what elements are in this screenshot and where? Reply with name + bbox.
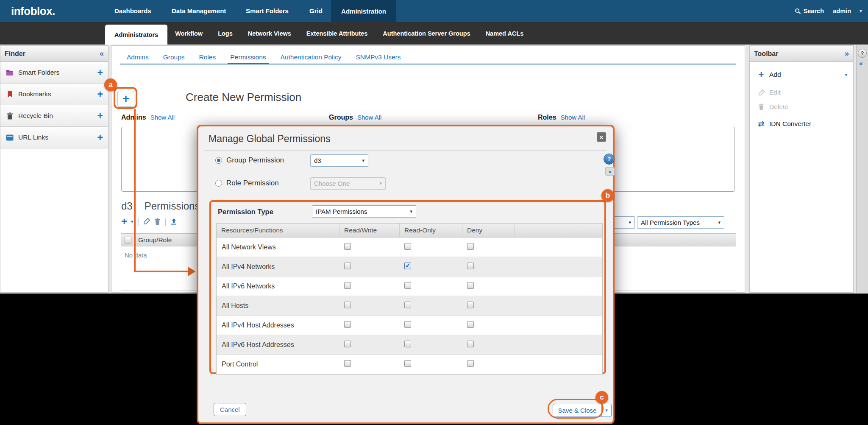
read-only-checkbox[interactable] <box>404 341 411 347</box>
search-control[interactable]: Search <box>795 0 824 22</box>
permissions-table: Resources/Functions Read/Write Read-Only… <box>216 223 603 375</box>
add-url-link-icon[interactable]: + <box>97 133 103 142</box>
admins-show-all-link[interactable]: Show All <box>150 114 175 121</box>
select-all-checkbox[interactable] <box>125 237 131 243</box>
deny-checkbox[interactable] <box>467 302 474 308</box>
nav-smart-folders[interactable]: Smart Folders <box>246 0 289 22</box>
subtab-admins[interactable]: Admins <box>127 52 149 63</box>
tab-workflow[interactable]: Workflow <box>167 22 210 45</box>
col-empty <box>515 224 602 237</box>
read-only-checkbox[interactable] <box>404 243 411 250</box>
delete-permission-icon[interactable] <box>154 218 161 225</box>
subtab-permissions[interactable]: Permissions <box>230 52 266 63</box>
dialog-collapse-icon[interactable]: « <box>605 167 615 176</box>
finder-item-recycle-bin[interactable]: Recycle Bin + <box>0 105 108 127</box>
finder-item-url-links[interactable]: URL Links + <box>0 127 108 148</box>
subtab-authentication-policy[interactable]: Authentication Policy <box>281 52 342 63</box>
tab-named-acls[interactable]: Named ACLs <box>478 22 531 45</box>
manage-global-permissions-dialog: Manage Global Permissions × Group Permis… <box>197 125 615 424</box>
groups-show-all-link[interactable]: Show All <box>357 114 382 121</box>
expand-toolbar-icon[interactable]: » <box>845 49 849 58</box>
tab-extensible-attributes[interactable]: Extensible Attributes <box>299 22 376 45</box>
col-deny: Deny <box>462 224 515 237</box>
add-menu-caret-icon[interactable]: ▾ <box>839 68 853 81</box>
cancel-button[interactable]: Cancel <box>214 403 246 416</box>
finder-item-label: URL Links <box>18 134 93 141</box>
deny-checkbox[interactable] <box>467 282 474 289</box>
add-smart-folder-icon[interactable]: + <box>97 68 103 77</box>
read-write-checkbox[interactable] <box>344 243 351 250</box>
subtab-groups[interactable]: Groups <box>163 52 185 63</box>
annotation-badge-a: a <box>104 78 117 91</box>
permissions-table-body: All Network Views All IPv4 Networks All … <box>217 238 602 374</box>
close-icon[interactable]: × <box>597 132 606 142</box>
group-role-column-header: Group/Role <box>138 236 172 244</box>
read-write-checkbox[interactable] <box>344 282 351 289</box>
help-icon[interactable]: ? <box>858 49 867 58</box>
subtab-snmpv3-users[interactable]: SNMPv3 Users <box>356 52 401 63</box>
read-only-checkbox[interactable] <box>404 321 411 328</box>
read-write-checkbox[interactable] <box>344 321 351 328</box>
deny-checkbox[interactable] <box>467 360 474 367</box>
roles-label: Roles <box>538 114 556 121</box>
deny-checkbox[interactable] <box>467 263 474 269</box>
read-write-checkbox[interactable] <box>344 302 351 308</box>
add-bookmark-icon[interactable]: + <box>97 90 103 98</box>
resource-name: Port Control <box>217 361 339 368</box>
permission-types-filter-dropdown[interactable]: All Permission Types ▾ <box>637 216 724 229</box>
permission-type-select[interactable]: IPAM Permissions ▾ <box>312 205 416 218</box>
nav-administration[interactable]: Administration <box>331 0 396 22</box>
table-row: All Hosts <box>217 296 602 316</box>
finder-item-bookmarks[interactable]: Bookmarks + <box>0 84 108 105</box>
dialog-title: Manage Global Permissions <box>209 133 331 145</box>
read-write-checkbox[interactable] <box>344 360 351 367</box>
read-write-checkbox[interactable] <box>344 263 351 269</box>
add-permission-icon[interactable]: + <box>121 218 127 225</box>
tab-administrators[interactable]: Administrators <box>105 25 167 45</box>
user-menu-caret-icon[interactable]: ▾ <box>860 0 862 22</box>
group-select-value: d3 <box>314 157 321 164</box>
user-menu[interactable]: admin <box>833 0 851 22</box>
tab-authentication-server-groups[interactable]: Authentication Server Groups <box>375 22 478 45</box>
deny-checkbox[interactable] <box>467 243 474 250</box>
collapse-strip-icon[interactable]: « <box>859 60 863 67</box>
toolbar-edit-button[interactable]: Edit <box>750 86 853 99</box>
title-divider <box>204 150 607 151</box>
deny-checkbox[interactable] <box>467 341 474 347</box>
edit-icon <box>756 89 767 96</box>
upload-permissions-icon[interactable] <box>170 218 177 225</box>
finder-panel: Finder « Smart Folders + Bookmarks + Rec… <box>0 45 108 293</box>
deny-checkbox[interactable] <box>467 321 474 328</box>
permissions-table-header: Resources/Functions Read/Write Read-Only… <box>217 224 602 238</box>
read-only-checkbox[interactable] <box>404 360 411 367</box>
toolbar-idn-converter-button[interactable]: ⇄ IDN Converter <box>750 117 853 131</box>
roles-show-all-link[interactable]: Show All <box>561 114 585 121</box>
finder-item-smart-folders[interactable]: Smart Folders + <box>0 62 108 84</box>
read-write-checkbox[interactable] <box>344 341 351 347</box>
groups-label: Groups <box>329 114 353 121</box>
admins-column-label: AdminsShow All <box>121 114 175 121</box>
tab-logs[interactable]: Logs <box>210 22 240 45</box>
read-only-checkbox[interactable] <box>404 263 411 269</box>
collapse-finder-icon[interactable]: « <box>100 49 104 58</box>
toolbar-delete-button[interactable]: Delete <box>750 100 853 114</box>
read-only-checkbox[interactable] <box>404 302 411 308</box>
annotation-highlight-save-button <box>548 399 604 419</box>
dialog-help-icon[interactable]: ? <box>604 154 615 165</box>
role-permission-radio[interactable] <box>215 180 222 187</box>
add-recycle-bin-icon[interactable]: + <box>97 112 103 120</box>
nav-grid[interactable]: Grid <box>309 0 323 22</box>
subtab-roles[interactable]: Roles <box>199 52 216 63</box>
permission-type-section: Permission Type IPAM Permissions ▾ Resou… <box>209 200 606 374</box>
group-permission-radio[interactable] <box>215 157 222 164</box>
group-select[interactable]: d3 ▾ <box>310 154 368 167</box>
nav-data-management[interactable]: Data Management <box>172 0 226 22</box>
tab-network-views[interactable]: Network Views <box>240 22 299 45</box>
add-permission-caret-icon[interactable]: ▾ <box>131 219 134 224</box>
toolbar-add-button[interactable]: + Add ▾ <box>750 68 853 81</box>
edit-permission-icon[interactable] <box>143 218 150 225</box>
group-name: d3 <box>121 200 133 212</box>
role-permission-label: Role Permission <box>226 179 279 187</box>
nav-dashboards[interactable]: Dashboards <box>114 0 151 22</box>
read-only-checkbox[interactable] <box>404 282 411 289</box>
